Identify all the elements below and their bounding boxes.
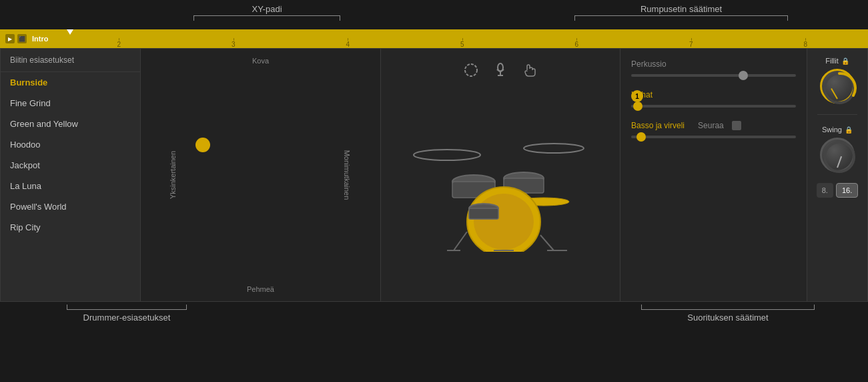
fillit-label-row: Fillit 🔒 [825, 57, 849, 65]
fillit-lock-icon[interactable]: 🔒 [841, 57, 849, 65]
xy-pad-annotation-label: XY-padi [252, 4, 282, 14]
svg-point-22 [825, 142, 854, 172]
ruler-num-3: 3 [232, 41, 236, 48]
hi-hat-icon [463, 62, 479, 81]
basso-thumb[interactable] [636, 132, 646, 142]
svg-rect-14 [469, 208, 498, 219]
preset-list: Biitin esiasetukset Burnside Fine Grind … [1, 49, 141, 301]
fillit-label: Fillit [825, 57, 839, 65]
record-icon[interactable]: ⬛ [17, 34, 27, 43]
perkussio-thumb[interactable] [739, 71, 748, 80]
hihat-label: Hi-hat [631, 90, 796, 100]
ruler-numbers: 2 3 4 5 6 7 8 [61, 38, 863, 48]
perkussio-section: Perkussio [631, 59, 796, 77]
timeline-ruler: 2 3 4 5 6 7 8 [61, 29, 863, 48]
preset-item-jackpot[interactable]: Jackpot [1, 155, 140, 176]
swing-label: Swing [822, 126, 842, 134]
performance-controls-annotation: Suorituksen säätimet [641, 305, 815, 323]
drummer-presets-label: Drummer-esiasetukset [83, 313, 171, 323]
preset-item-hoodoo[interactable]: Hoodoo [1, 134, 140, 155]
playhead [67, 29, 73, 35]
xy-pad-label-right: Monimutkainen [344, 150, 352, 200]
controls-panel: Perkussio Hi-hat 1 Basso ja virveli Seur… [620, 49, 807, 301]
perkussio-slider[interactable] [631, 74, 796, 77]
ruler-num-6: 6 [574, 41, 578, 48]
swing-label-row: Swing 🔒 [822, 126, 853, 134]
seuraa-checkbox[interactable] [732, 121, 741, 130]
xy-pad-label-top: Kova [252, 57, 269, 65]
seuraa-label: Seuraa [698, 121, 724, 130]
beat-8-button[interactable]: 8. [817, 183, 833, 198]
preset-item-fine-grind[interactable]: Fine Grind [1, 93, 140, 114]
svg-line-16 [540, 235, 554, 250]
swing-lock-icon[interactable]: 🔒 [845, 126, 853, 134]
play-icon[interactable]: ▶ [5, 34, 15, 43]
preset-item-burnside[interactable]: Burnside [1, 72, 140, 93]
drummer-presets-annotation: Drummer-esiasetukset [67, 305, 187, 323]
ruler-num-2: 2 [117, 41, 121, 48]
fillit-container: Fillit 🔒 [820, 57, 855, 104]
basso-section: Basso ja virveli Seuraa [631, 121, 796, 138]
ruler-num-7: 7 [689, 41, 693, 48]
xy-pad-label-bottom: Pehmeä [247, 285, 274, 293]
drums-annotation-label: Rumpusetin säätimet [640, 4, 722, 14]
basso-slider[interactable] [631, 136, 796, 138]
right-panel: Fillit 🔒 Swing 🔒 [807, 49, 867, 301]
swing-container: Swing 🔒 [820, 126, 855, 172]
xy-pad-label-left: Yksinkertainen [169, 151, 177, 199]
beat-buttons: 8. 16. [817, 183, 858, 198]
swing-knob[interactable] [820, 138, 855, 172]
basso-label: Basso ja virveli [631, 121, 685, 130]
drum-kit-svg [407, 98, 594, 252]
hihat-section: Hi-hat 1 [631, 90, 796, 108]
svg-point-5 [524, 144, 584, 153]
mic-icon [492, 62, 508, 81]
svg-point-12 [474, 194, 534, 250]
hihat-slider[interactable]: 1 [631, 105, 796, 108]
fillit-knob[interactable] [820, 69, 855, 104]
timeline-title: Intro [32, 35, 48, 43]
svg-point-0 [465, 64, 477, 76]
drum-area [381, 49, 620, 301]
xy-pad[interactable]: Kova Pehmeä Yksinkertainen Monimutkainen [141, 49, 381, 301]
preset-item-la-luna[interactable]: La Luna [1, 176, 140, 196]
timeline[interactable]: ▶ ⬛ Intro 2 3 4 5 6 7 8 [0, 29, 868, 48]
preset-item-rip-city[interactable]: Rip City [1, 217, 140, 238]
preset-item-green-and-yellow[interactable]: Green and Yellow [1, 114, 140, 134]
ruler-num-5: 5 [460, 41, 464, 48]
perkussio-label: Perkussio [631, 59, 796, 69]
svg-line-15 [454, 232, 467, 250]
beat-16-button[interactable]: 16. [836, 183, 858, 198]
hihat-badge: 1 [631, 90, 643, 102]
performance-controls-label: Suorituksen säätimet [687, 313, 768, 323]
ruler-num-8: 8 [803, 41, 807, 48]
drum-icons-row [463, 62, 538, 81]
hihat-thumb[interactable] [633, 102, 642, 111]
svg-point-4 [414, 150, 480, 160]
preset-list-header: Biitin esiasetukset [1, 49, 140, 72]
xy-pad-dot[interactable] [195, 138, 210, 152]
ruler-num-4: 4 [346, 41, 350, 48]
preset-item-powells-world[interactable]: Powell's World [1, 196, 140, 217]
main-area: Biitin esiasetukset Burnside Fine Grind … [0, 48, 868, 302]
hand-icon [522, 62, 538, 81]
basso-label-row: Basso ja virveli Seuraa [631, 121, 796, 130]
